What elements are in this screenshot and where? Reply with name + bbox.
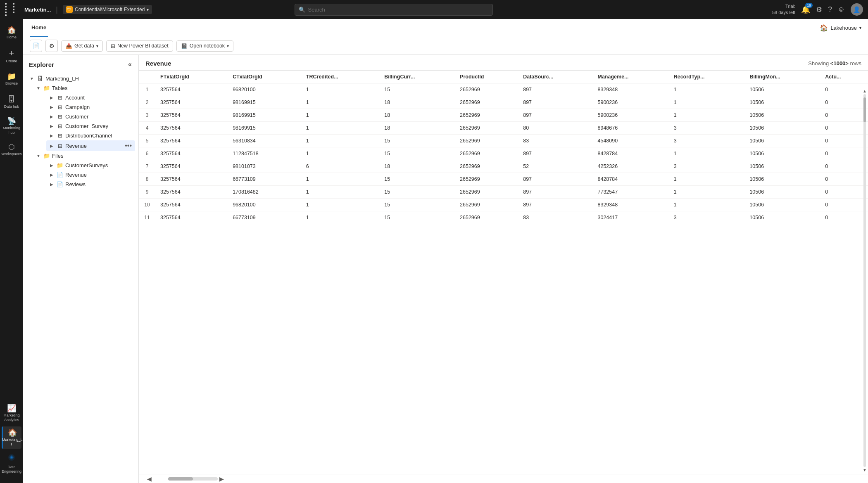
nav-item-workspaces[interactable]: ⬡ Workspaces: [2, 139, 21, 161]
table-row: 1032575649682010011526529698978329348110…: [139, 199, 868, 211]
data-cell: 4252326: [593, 160, 669, 173]
col-header-billingmon[interactable]: BillingMon...: [744, 71, 820, 83]
tree-item-customer[interactable]: ▶ ⊞ Customer: [46, 112, 135, 121]
data-cell: 10506: [744, 211, 820, 224]
tree-item-account[interactable]: ▶ ⊞ Account: [46, 93, 135, 102]
inner-layout: Explorer « ▼ 🗄 Marketing_LH ▼ 📁: [23, 55, 868, 483]
table-icon: ⊞: [56, 114, 64, 120]
tree-item-tables[interactable]: ▼ 📁 Tables: [33, 83, 135, 93]
main-layout: 🏠 Home + Create 📁 Browse 🗄 Data hub 📡 Mo…: [0, 19, 868, 483]
scroll-track[interactable]: [863, 94, 866, 467]
col-header-productid[interactable]: ProductId: [455, 71, 518, 83]
avatar[interactable]: 👤: [851, 3, 863, 16]
h-scroll-track[interactable]: [168, 477, 218, 481]
table-wrapper[interactable]: FTxlatOrgId CTxlatOrgId TRCredited... Bi…: [139, 71, 868, 474]
tree-item-marketing-lh[interactable]: ▼ 🗄 Marketing_LH: [26, 74, 135, 83]
open-notebook-button[interactable]: 📓 Open notebook ▾: [176, 40, 234, 52]
tree-item-files[interactable]: ▼ 📁 Files: [33, 151, 135, 161]
tree-item-customer-survey[interactable]: ▶ ⊞ Customer_Survey: [46, 121, 135, 131]
nav-item-monitoring[interactable]: 📡 Monitoring hub: [2, 115, 21, 137]
chevron-down-icon: ▼: [29, 76, 35, 81]
notifications-button[interactable]: 🔔 19: [801, 5, 810, 14]
scroll-left-icon[interactable]: ◀: [145, 476, 153, 482]
scroll-right-icon[interactable]: ▶: [218, 476, 226, 482]
data-cell: 1: [301, 147, 379, 160]
data-cell: 1: [669, 186, 745, 199]
explorer-title: Explorer: [29, 61, 54, 68]
chevron-right-icon: ▶: [49, 163, 55, 168]
settings-icon[interactable]: ⚙: [816, 5, 822, 14]
nav-item-browse[interactable]: 📁 Browse: [2, 69, 21, 90]
data-cell: 10506: [744, 160, 820, 173]
nav-item-create[interactable]: + Create: [2, 45, 21, 67]
data-cell: 5900236: [593, 109, 669, 122]
data-cell: 1: [301, 199, 379, 211]
search-input[interactable]: [295, 4, 493, 16]
col-header-recordtype[interactable]: RecordTyp...: [669, 71, 745, 83]
open-notebook-icon: 📓: [181, 43, 188, 49]
row-num-cell: 1: [139, 83, 155, 96]
chevron-right-icon: ▶: [49, 133, 55, 138]
toolbar: 📄 ⚙ 📥 Get data ▾ ⊞ New Power BI dataset …: [23, 37, 868, 55]
scroll-down-icon[interactable]: ▼: [863, 468, 867, 472]
feedback-icon[interactable]: ☺: [838, 5, 845, 14]
sensitivity-label[interactable]: 🛡 Confidential\Microsoft Extended ▾: [63, 5, 152, 14]
nav-item-data-hub[interactable]: 🗄 Data hub: [2, 92, 21, 113]
data-cell: 3257564: [155, 160, 228, 173]
col-header-actu[interactable]: Actu...: [820, 71, 868, 83]
nav-item-marketing-analytics[interactable]: 📈 Marketing Analytics: [2, 402, 21, 425]
table-icon: ⊞: [56, 123, 64, 129]
tree-item-revenue[interactable]: ▶ ⊞ Revenue •••: [46, 140, 135, 151]
nav-item-data-engineering[interactable]: Data Engineering: [2, 450, 21, 476]
nav-item-home[interactable]: 🏠 Home: [2, 22, 21, 44]
data-table: FTxlatOrgId CTxlatOrgId TRCredited... Bi…: [139, 71, 868, 224]
lakehouse-label: Lakehouse: [830, 25, 857, 31]
tree-item-customer-surveys[interactable]: ▶ 📁 CustomerSurveys: [46, 161, 135, 170]
more-options-icon[interactable]: •••: [124, 142, 133, 149]
tree-item-revenue-file[interactable]: ▶ 📄 Revenue: [46, 170, 135, 180]
table-icon: ⊞: [56, 104, 64, 110]
col-header-billingcurr[interactable]: BillingCurr...: [379, 71, 455, 83]
col-header-datasource[interactable]: DataSourc...: [518, 71, 592, 83]
tree-label-revenue: Revenue: [65, 143, 122, 149]
tree-item-reviews[interactable]: ▶ 📄 Reviews: [46, 180, 135, 189]
chevron-right-icon: ▶: [49, 95, 55, 100]
data-hub-icon: 🗄: [8, 96, 15, 103]
col-header-ftxlat[interactable]: FTxlatOrgId: [155, 71, 228, 83]
chevron-down-icon: ▼: [36, 86, 41, 90]
lakehouse-chevron-icon: ▾: [859, 26, 861, 30]
help-icon[interactable]: ?: [828, 5, 832, 14]
data-cell: 10506: [744, 186, 820, 199]
table-row: 5325756456310834115265296983454809031050…: [139, 135, 868, 147]
col-header-management[interactable]: Manageme...: [593, 71, 669, 83]
data-header: Revenue Showing <1000> rows: [139, 55, 868, 71]
new-dataset-button[interactable]: ⊞ New Power BI dataset: [106, 40, 173, 52]
scroll-up-icon[interactable]: ▲: [863, 89, 867, 93]
data-cell: 1: [669, 96, 745, 109]
file-folder-icon: 📁: [56, 162, 64, 168]
get-data-chevron-icon: ▾: [96, 44, 98, 48]
get-data-button[interactable]: 📥 Get data ▾: [61, 40, 103, 52]
col-header-trcredited[interactable]: TRCredited...: [301, 71, 379, 83]
toolbar-doc-btn[interactable]: 📄: [30, 40, 42, 52]
col-header-ctxlat[interactable]: CTxlatOrgId: [228, 71, 301, 83]
chevron-right-icon: ▶: [49, 114, 55, 119]
toolbar-settings-btn[interactable]: ⚙: [45, 40, 58, 52]
data-cell: 0: [820, 199, 868, 211]
tree-item-campaign[interactable]: ▶ ⊞ Campaign: [46, 102, 135, 112]
data-cell: 96820100: [228, 199, 301, 211]
app-grid-menu[interactable]: [5, 3, 19, 16]
data-cell: 2652969: [455, 173, 518, 186]
data-cell: 10506: [744, 147, 820, 160]
tree-item-distribution-channel[interactable]: ▶ ⊞ DistributionChannel: [46, 131, 135, 140]
lakehouse-selector[interactable]: 🏠 Lakehouse ▾: [820, 24, 861, 32]
nav-item-marketing-lh[interactable]: 🏠 Marketing_L H: [2, 426, 21, 449]
collapse-explorer-button[interactable]: «: [127, 60, 133, 69]
data-cell: 10506: [744, 83, 820, 96]
vertical-scrollbar[interactable]: ▲ ▼: [863, 87, 866, 474]
marketing-analytics-icon: 📈: [7, 405, 16, 412]
home-tab[interactable]: Home: [30, 19, 48, 37]
data-cell: 0: [820, 122, 868, 135]
row-num-cell: 4: [139, 122, 155, 135]
rows-info: Showing <1000> rows: [808, 60, 861, 66]
